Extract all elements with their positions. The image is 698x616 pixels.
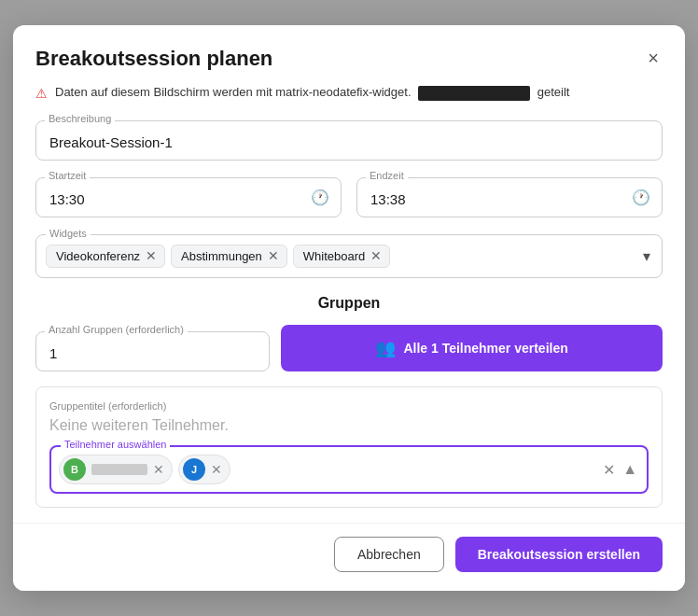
widget-chip-remove-whiteboard[interactable]: ✕ [370,249,382,262]
beschreibung-field: Beschreibung [35,120,663,161]
beschreibung-label: Beschreibung [45,113,115,124]
widget-chip-remove-abstimmungen[interactable]: ✕ [268,249,279,262]
teilnehmer-field-actions: ✕ ▲ [601,458,639,480]
widget-chip-whiteboard: Whiteboard ✕ [293,245,390,268]
endzeit-field: Endzeit 🕐 [356,177,663,217]
participant-chip-j: J ✕ [178,455,230,484]
widget-chip-abstimmungen: Abstimmungen ✕ [171,245,287,268]
group-title-field-label: Gruppentitel (erforderlich) [49,400,649,412]
participant-chip-b: B ✕ [59,455,173,484]
widgets-label: Widgets [46,228,91,239]
distribute-button[interactable]: 👥 Alle 1 Teilnehmer verteilen [281,325,663,371]
startzeit-field: Startzeit 🕐 [35,177,342,217]
warning-icon: ⚠ [35,85,48,104]
teilnehmer-collapse-button[interactable]: ▲ [621,459,639,480]
participant-remove-b[interactable]: ✕ [153,462,164,477]
widgets-dropdown-icon: ▾ [643,247,650,265]
beschreibung-input[interactable] [35,120,663,161]
widget-chip-videokonferenz: Videokonferenz ✕ [46,245,165,268]
time-row: Startzeit 🕐 Endzeit 🕐 [35,177,663,217]
widget-chip-remove-videokonferenz[interactable]: ✕ [146,249,157,262]
redacted-domain [418,86,530,101]
modal-overlay: Breakoutsession planen × ⚠ Daten auf die… [0,0,698,616]
widget-chip-label: Abstimmungen [181,249,262,263]
modal-header: Breakoutsession planen × [13,25,685,84]
endzeit-clock-icon[interactable]: 🕐 [632,189,662,206]
close-button[interactable]: × [644,44,663,73]
distribute-users-icon: 👥 [375,338,396,358]
group-card: Gruppentitel (erforderlich) Keine weiter… [35,386,663,508]
widget-chip-label: Videokonferenz [56,249,140,263]
gruppen-section-title: Gruppen [35,295,663,312]
startzeit-wrapper: 🕐 [35,177,342,217]
no-participants-text: Keine weiteren Teilnehmer. [49,417,649,434]
startzeit-label: Startzeit [45,170,90,181]
endzeit-input[interactable] [357,178,632,217]
avatar-j: J [183,458,205,481]
participant-name-redacted-b [91,464,147,475]
modal-footer: Abbrechen Breakoutsession erstellen [13,523,685,591]
endzeit-wrapper: 🕐 [356,177,663,217]
warning-text: Daten auf diesem Bildschirm werden mit m… [55,84,569,101]
avatar-b: B [63,458,86,481]
modal-dialog: Breakoutsession planen × ⚠ Daten auf die… [13,25,685,591]
startzeit-input[interactable] [36,178,311,217]
startzeit-clock-icon[interactable]: 🕐 [311,189,341,206]
distribute-button-label: Alle 1 Teilnehmer verteilen [403,341,567,356]
widgets-field: Widgets Videokonferenz ✕ Abstimmungen ✕ … [35,234,663,278]
teilnehmer-clear-button[interactable]: ✕ [601,458,617,480]
anzahl-label: Anzahl Gruppen (erforderlich) [45,324,188,335]
endzeit-label: Endzeit [366,170,408,181]
anzahl-input[interactable] [35,331,270,371]
modal-body: Beschreibung Startzeit 🕐 Endzeit 🕐 [13,113,685,523]
cancel-button[interactable]: Abbrechen [334,537,444,572]
create-button[interactable]: Breakoutsession erstellen [455,537,663,572]
participant-remove-j[interactable]: ✕ [211,462,222,477]
widget-chip-label: Whiteboard [303,249,365,263]
teilnehmer-field: Teilnehmer auswählen B ✕ J ✕ ✕ ▲ [49,445,649,494]
anzahl-field: Anzahl Gruppen (erforderlich) [35,331,270,371]
modal-title: Breakoutsession planen [35,47,272,71]
warning-bar: ⚠ Daten auf diesem Bildschirm werden mit… [35,84,663,104]
teilnehmer-label: Teilnehmer auswählen [61,439,170,450]
gruppen-row: Anzahl Gruppen (erforderlich) 👥 Alle 1 T… [35,325,663,371]
teilnehmer-search-input[interactable] [236,462,609,477]
